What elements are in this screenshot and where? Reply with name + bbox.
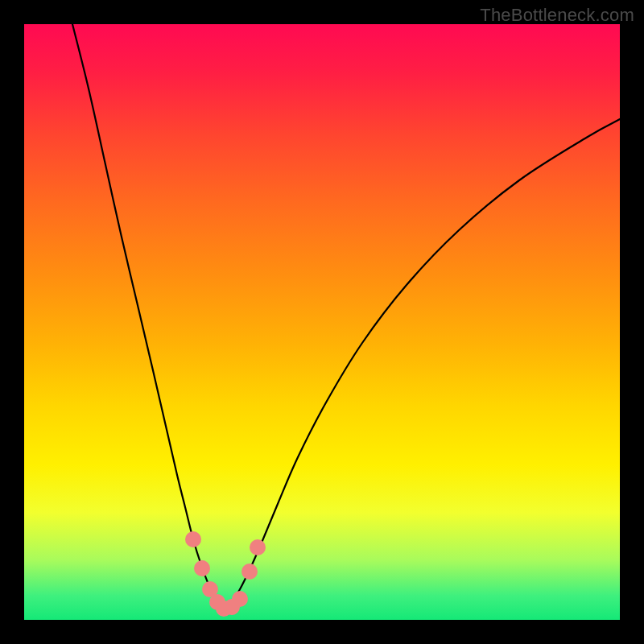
chart-frame: TheBottleneck.com — [0, 0, 644, 644]
chart-plot-area — [24, 24, 620, 620]
data-marker — [232, 591, 248, 607]
curve-right-branch — [224, 119, 620, 609]
curve-left-branch — [72, 24, 224, 609]
data-marker — [250, 539, 266, 555]
data-marker — [242, 564, 258, 580]
data-marker — [194, 560, 210, 576]
chart-svg — [24, 24, 620, 620]
data-marker — [185, 531, 201, 547]
curve-markers — [185, 531, 266, 617]
watermark-text: TheBottleneck.com — [480, 5, 634, 26]
